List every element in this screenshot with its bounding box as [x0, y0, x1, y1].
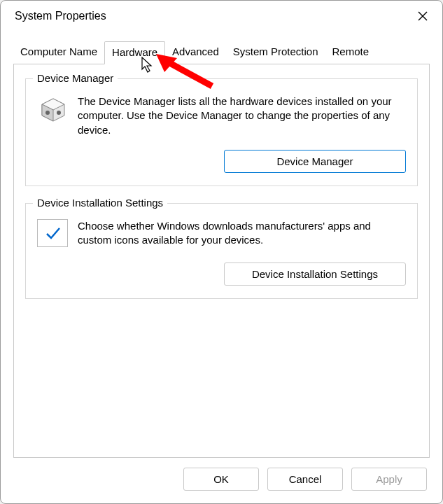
- device-installation-description: Choose whether Windows downloads manufac…: [78, 219, 406, 250]
- window-title: System Properties: [15, 10, 106, 22]
- tab-system-protection[interactable]: System Protection: [226, 41, 325, 64]
- tab-remote[interactable]: Remote: [325, 41, 377, 64]
- device-installation-button[interactable]: Device Installation Settings: [224, 262, 406, 286]
- device-installation-group: Device Installation Settings Choose whet…: [25, 203, 418, 299]
- tab-hardware[interactable]: Hardware: [104, 41, 165, 64]
- tab-computer-name[interactable]: Computer Name: [13, 41, 104, 64]
- titlebar: System Properties: [1, 1, 442, 31]
- device-installation-content: Choose whether Windows downloads manufac…: [37, 219, 406, 250]
- device-manager-button-row: Device Manager: [37, 150, 406, 173]
- device-installation-icon: [37, 219, 68, 250]
- device-installation-button-row: Device Installation Settings: [37, 262, 406, 286]
- dialog-footer: OK Cancel Apply: [1, 468, 442, 503]
- device-manager-icon: [37, 94, 68, 125]
- close-button[interactable]: [413, 6, 433, 26]
- device-installation-legend: Device Installation Settings: [33, 197, 167, 209]
- cancel-button[interactable]: Cancel: [267, 468, 343, 491]
- tab-bar: Computer Name Hardware Advanced System P…: [1, 41, 442, 64]
- close-icon: [418, 11, 428, 21]
- device-manager-description: The Device Manager lists all the hardwar…: [78, 94, 406, 137]
- device-manager-legend: Device Manager: [33, 72, 118, 84]
- system-properties-window: System Properties Computer Name Hardware…: [0, 0, 443, 504]
- device-manager-group: Device Manager The Device Manager lists …: [25, 78, 418, 186]
- tab-advanced[interactable]: Advanced: [165, 41, 226, 64]
- ok-button[interactable]: OK: [183, 468, 259, 491]
- checkmark-icon: [37, 219, 68, 247]
- tab-content: Device Manager The Device Manager lists …: [13, 64, 430, 458]
- device-manager-button[interactable]: Device Manager: [224, 150, 406, 173]
- device-manager-content: The Device Manager lists all the hardwar…: [37, 94, 406, 137]
- svg-point-5: [45, 111, 50, 115]
- apply-button: Apply: [351, 468, 427, 491]
- svg-point-6: [57, 111, 61, 115]
